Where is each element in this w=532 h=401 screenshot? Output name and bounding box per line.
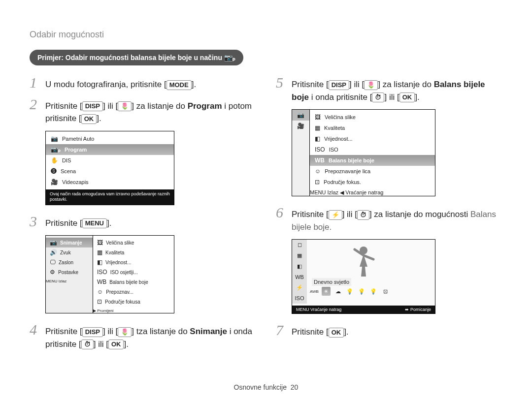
flash-icon: ⚡ [329, 210, 342, 220]
lcd-bottombar: MENU Vraćanje natrag ⬌ Pomicanje [292, 306, 435, 313]
scene-icon: 🅢 [51, 168, 57, 175]
wb-option-custom: ⊡ [381, 287, 390, 296]
ok-key: OK [81, 114, 97, 124]
menu-items: 🖼Veličina slike ▦Kvaliteta ◧Vrijednost..… [93, 236, 174, 313]
list-item: WBBalans bijele boje [93, 277, 174, 287]
ok-key: OK [329, 328, 344, 338]
ev-icon: ◧ [315, 135, 320, 142]
program-icon: 📷ₚ [51, 146, 61, 153]
step-4: 4 Pritisnite [DISP] ili [🌷] tza listanje… [30, 322, 256, 350]
strip-icon: ISO [292, 293, 307, 304]
list-item: ◧Vrijednost... [93, 257, 174, 267]
wb-option-cloudy: ☁ [333, 287, 342, 296]
quick-strip: ◻ ▦ ◧ WB ⚡ ISO [292, 240, 307, 304]
ok-key: OK [108, 339, 124, 349]
list-item: 📷ₚProgram [46, 144, 174, 155]
wb-icon: WB [97, 278, 106, 285]
disp-key: DISP [329, 80, 349, 90]
list-item: 🖵Zaslon [46, 257, 93, 267]
focus-area-icon: ⊡ [97, 298, 102, 305]
list-item: ⊡Područje fokus. [310, 177, 435, 187]
step-number: 3 [30, 214, 39, 229]
step-text: Pritisnite [DISP] ili [🌷] za listanje do… [292, 75, 502, 103]
list-item: 🔊Zvuk [46, 247, 93, 257]
list-item: ✋DIS [46, 155, 174, 166]
menu-key-icon: MENU [46, 279, 58, 283]
list-item: ☺Prepoznav... [93, 287, 174, 297]
step-text: Pritisnite [⚡] ili [⏱] za listanje do mo… [292, 205, 502, 233]
sound-icon: 🔊 [50, 249, 57, 256]
lcd-white-balance: ◻ ▦ ◧ WB ⚡ ISO Dnevno svjetlo AWB ☀ ☁ [292, 239, 435, 314]
list-item: ISOISO [310, 144, 435, 155]
ok-key: OK [399, 93, 415, 102]
page-footer: Osnovne funkcije 20 [0, 383, 532, 391]
wb-icon: WB [315, 157, 325, 164]
list-item: WBBalans bijele boje [310, 155, 435, 166]
left-arrow-icon: ◀ [340, 189, 344, 195]
lcd-mode-list: 📷Pametni Auto 📷ₚProgram ✋DIS 🅢Scena 🎥Vid… [45, 131, 174, 205]
step-text: Pritisnite [DISP] ili [🌷] tza listanje d… [45, 322, 256, 350]
strip-icon: ◧ [292, 261, 307, 272]
wb-option-fluor-h: 💡 [345, 287, 354, 296]
macro-icon: 🌷 [364, 80, 378, 90]
step-number: 6 [276, 205, 286, 220]
quality-icon: ▦ [315, 124, 320, 131]
display-icon: 🖵 [50, 259, 56, 266]
step-number: 7 [276, 323, 286, 338]
step-7: 7 Pritisnite [OK]. [276, 323, 502, 339]
step-number: 4 [30, 322, 39, 337]
focus-area-icon: ⊡ [315, 179, 320, 185]
lcd-shooting-menu: 📷 🎥 🖼Veličina slike ▦Kvaliteta ◧Vrijedno… [292, 109, 435, 196]
step-5: 5 Pritisnite [DISP] ili [🌷] za listanje … [276, 75, 502, 103]
iso-icon: ISO [315, 146, 325, 153]
image-size-icon: 🖼 [315, 114, 321, 121]
strip-icon: ▦ [292, 250, 307, 261]
list-item: 📷Snimanje [46, 238, 93, 247]
shoot-icon: 📷 [50, 239, 57, 246]
list-item: 🖼Veličina slike [310, 112, 435, 123]
menu-key-icon: MENU [310, 189, 326, 195]
lcd-bottombar: MENU Izlaz ◀ Vraćanje natrag [310, 189, 435, 196]
lcd-hint: Ovaj način rada omogućava vam izravno po… [46, 189, 174, 205]
gear-icon: ⚙ [50, 269, 55, 276]
list-item: ▦Kvaliteta [93, 247, 174, 257]
step-text: Pritisnite [MENU]. [45, 214, 111, 230]
list-item: ISOISO osjetlji... [93, 267, 174, 277]
example-pill: Primjer: Odabir mogućnosti balansa bijel… [30, 50, 243, 65]
step-text: U modu fotografiranja, pritisnite [MODE]… [45, 75, 196, 91]
image-size-icon: 🖼 [97, 239, 103, 246]
menu-tabs: 📷Snimanje 🔊Zvuk 🖵Zaslon ⚙Postavke MENU I… [46, 236, 93, 313]
footer-section: Osnovne funkcije [234, 383, 287, 391]
step-3: 3 Pritisnite [MENU]. [30, 214, 256, 230]
lcd-bottombar: ▶ Promijeni [93, 308, 174, 313]
step-number: 2 [30, 97, 39, 112]
timer-icon: ⏱ [372, 93, 384, 102]
macro-icon: 🌷 [118, 327, 132, 337]
tab-strip: 📷 🎥 [292, 110, 310, 196]
wb-option-awb: AWB [310, 287, 319, 296]
quality-icon: ▦ [97, 249, 102, 256]
wb-option-tungsten: 💡 [369, 287, 378, 296]
face-icon: ☺ [97, 288, 103, 295]
child-silhouette-icon [349, 245, 378, 279]
step-text: Pritisnite [DISP] ili [🌷] za listanje do… [45, 97, 256, 125]
page-header: Odabir mogućnosti [30, 30, 502, 40]
move-icon: ⬌ [405, 307, 409, 312]
wb-option-daylight: ☀ [322, 287, 331, 296]
list-item: ☺Prepoznavanje lica [310, 166, 435, 177]
iso-icon: ISO [97, 269, 107, 276]
list-item: 🎥Videozapis [46, 177, 174, 187]
list-item: 🅢Scena [46, 166, 174, 177]
macro-icon: 🌷 [118, 101, 132, 111]
example-pill-text: Primjer: Odabir mogućnosti balansa bijel… [37, 54, 224, 62]
list-item: ▦Kvaliteta [310, 123, 435, 133]
strip-icon: ⚡ [292, 282, 307, 293]
step-6: 6 Pritisnite [⚡] ili [⏱] za listanje do … [276, 205, 502, 233]
step-text: Pritisnite [OK]. [292, 323, 349, 339]
list-item: ◧Vrijednost... [310, 133, 435, 144]
list-item: 📷Pametni Auto [46, 133, 174, 144]
dis-icon: ✋ [51, 157, 58, 164]
lcd-menu: 📷Snimanje 🔊Zvuk 🖵Zaslon ⚙Postavke MENU I… [45, 235, 174, 313]
menu-key: MENU [82, 218, 107, 228]
step-1: 1 U modu fotografiranja, pritisnite [MOD… [30, 75, 256, 91]
